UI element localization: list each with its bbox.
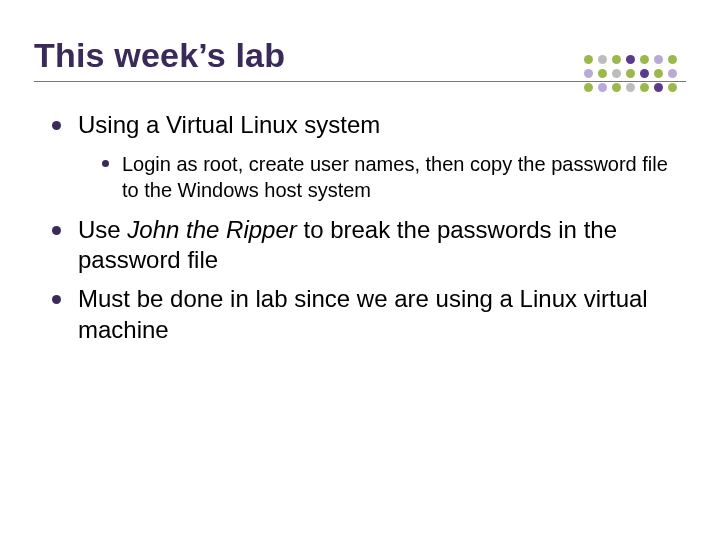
bullet-item: Must be done in lab since we are using a… (48, 284, 680, 345)
title-row: This week’s lab (34, 36, 686, 82)
bullet-text: Using a Virtual Linux system (78, 111, 380, 138)
bullet-item: Using a Virtual Linux system Login as ro… (48, 110, 680, 203)
dot-icon (626, 55, 635, 64)
dot-icon (640, 69, 649, 78)
sub-bullet-text: Login as root, create user names, then c… (122, 153, 668, 201)
dot-icon (598, 55, 607, 64)
dot-icon (668, 83, 677, 92)
dot-icon (668, 69, 677, 78)
dot-icon (668, 55, 677, 64)
dot-icon (584, 55, 593, 64)
sub-bullet-list: Login as root, create user names, then c… (78, 151, 680, 203)
bullet-text-pre: Use (78, 216, 127, 243)
dot-icon (598, 69, 607, 78)
bullet-text-emph: John the Ripper (127, 216, 296, 243)
dot-icon (654, 83, 663, 92)
dot-icon (640, 83, 649, 92)
dot-icon (612, 69, 621, 78)
dot-icon (584, 83, 593, 92)
sub-bullet-item: Login as root, create user names, then c… (98, 151, 680, 203)
dot-icon (626, 69, 635, 78)
dot-icon (626, 83, 635, 92)
dot-icon (640, 55, 649, 64)
bullet-item: Use John the Ripper to break the passwor… (48, 215, 680, 276)
bullet-text: Must be done in lab since we are using a… (78, 285, 648, 343)
dot-icon (584, 69, 593, 78)
dot-icon (654, 55, 663, 64)
dot-icon (598, 83, 607, 92)
bullet-list: Using a Virtual Linux system Login as ro… (40, 110, 680, 346)
dot-icon (654, 69, 663, 78)
slide: This week’s lab (0, 0, 720, 540)
dot-icon (612, 55, 621, 64)
dot-icon (612, 83, 621, 92)
decorative-dots (584, 53, 684, 101)
